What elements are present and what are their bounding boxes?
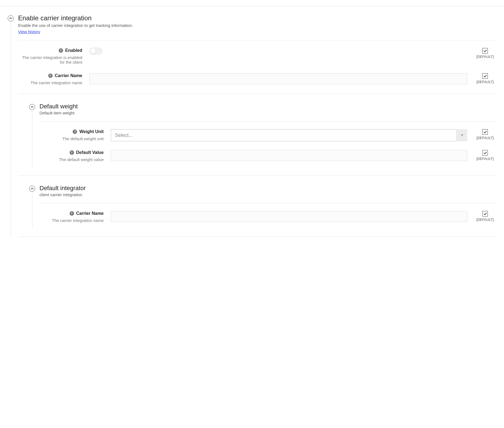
field-label: Carrier Name [76,211,104,216]
help-icon[interactable]: ? [70,211,74,216]
default-value-input[interactable] [111,150,467,161]
subsection-header: Default weight Default item weight [29,99,496,119]
default-checkbox[interactable] [482,150,488,156]
default-checkbox[interactable] [482,48,488,54]
default-checkbox[interactable] [482,211,488,216]
default-label: [DEFAULT] [474,157,496,161]
subsection-header: Default integrator client carrier integr… [29,181,496,200]
field-label: Enabled [65,48,82,53]
section-default-integrator: Default integrator client carrier integr… [29,181,496,229]
subsection-title: Default weight [39,103,496,110]
select-placeholder: Select... [115,133,133,138]
section-description: Enable the use of carrier integration to… [18,23,496,28]
default-label: [DEFAULT] [474,80,496,84]
field-help-text: The carrier integration name [39,218,104,223]
section-title: Enable carrier integration [18,14,496,22]
top-divider [0,6,504,6]
divider [18,236,496,237]
default-label: [DEFAULT] [474,136,496,140]
chevron-down-icon [456,129,467,141]
integrator-carrier-name-input[interactable] [111,211,467,222]
section-default-weight: Default weight Default item weight ? Wei… [29,99,496,168]
subsection-description: Default item weight [39,111,496,115]
subsection-description: client carrier integration [39,192,496,197]
default-label: [DEFAULT] [474,55,496,59]
help-icon[interactable]: ? [48,74,53,78]
help-icon[interactable]: ? [70,150,74,155]
field-enabled: ? Enabled The carrier integration is ena… [18,45,496,71]
divider [39,203,496,203]
section-body: ? Enabled The carrier integration is ena… [18,40,496,237]
field-help-text: The carrier integration is enabled for t… [18,55,82,64]
field-help-text: The carrier integration name [18,80,82,85]
settings-page: Enable carrier integration Enable the us… [0,10,504,253]
section-carrier-integration: Enable carrier integration Enable the us… [8,10,496,237]
collapse-toggle[interactable] [29,104,35,110]
field-carrier-name: ? Carrier Name The carrier integration n… [18,71,496,91]
field-label: Carrier Name [55,73,83,78]
tree-line [32,193,32,229]
tree-line [32,111,32,168]
tree-line [11,23,11,237]
help-icon[interactable]: ? [59,48,63,53]
subsection-title: Default integrator [39,185,496,192]
collapse-toggle[interactable] [29,186,35,192]
weight-unit-select[interactable]: Select... [111,129,467,141]
default-checkbox[interactable] [482,129,488,135]
help-icon[interactable]: ? [73,129,77,134]
view-history-link[interactable]: View history [18,29,40,34]
field-label: Default Value [76,150,104,155]
field-default-value: ? Default Value The default weight value [39,147,496,168]
field-help-text: The default weight unit [39,136,104,141]
field-weight-unit: ? Weight Unit The default weight unit Se… [39,126,496,147]
divider [18,176,496,176]
divider [39,121,496,122]
field-help-text: The default weight value [39,157,104,162]
default-checkbox[interactable] [482,73,488,79]
section-header: Enable carrier integration Enable the us… [8,10,496,37]
field-integrator-carrier-name: ? Carrier Name The carrier integration n… [39,208,496,229]
carrier-name-input[interactable] [89,73,467,84]
enabled-toggle[interactable] [89,47,103,55]
collapse-toggle[interactable] [8,15,14,21]
field-label: Weight Unit [79,129,104,134]
default-label: [DEFAULT] [474,218,496,222]
divider [18,40,496,40]
divider [18,94,496,94]
